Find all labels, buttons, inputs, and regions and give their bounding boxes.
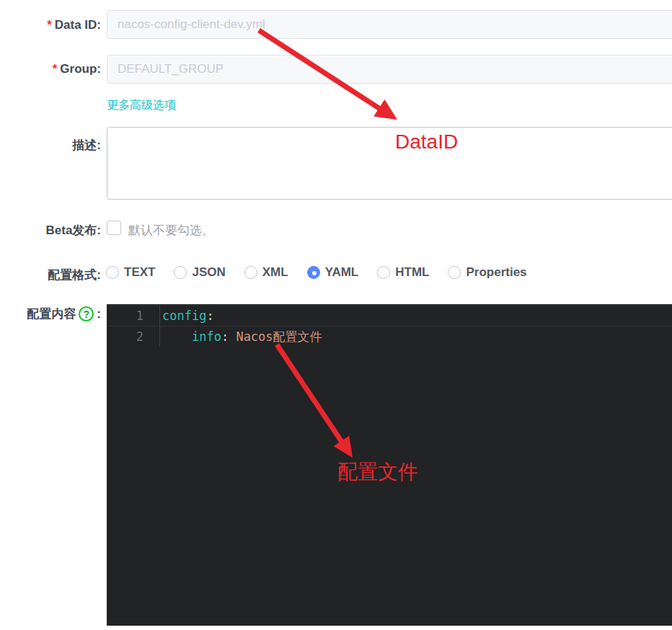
radio-circle-icon	[244, 266, 257, 279]
radio-json[interactable]: JSON	[174, 265, 225, 280]
line-number: 2	[107, 327, 160, 347]
format-label: 配置格式:	[0, 267, 101, 283]
radio-circle-icon	[174, 266, 187, 279]
more-advanced-options-link[interactable]: 更多高级选项	[107, 98, 176, 113]
content-label: 配置内容 ? :	[0, 306, 101, 322]
radio-circle-icon	[377, 266, 390, 279]
new-config-form: *Data ID: *Group: 更多高级选项 描述: Beta发布: 默认不…	[0, 0, 672, 630]
code-line-text: config:	[160, 306, 214, 326]
group-input	[107, 55, 672, 84]
description-textarea[interactable]	[107, 127, 672, 200]
radio-properties[interactable]: Properties	[448, 265, 526, 280]
config-content-editor[interactable]: 1 config: 2 info: Nacos配置文件	[107, 304, 672, 626]
required-asterisk: *	[47, 18, 52, 32]
radio-xml[interactable]: XML	[244, 265, 288, 280]
editor-line-1[interactable]: 1 config:	[107, 305, 672, 327]
radio-yaml[interactable]: YAML	[307, 265, 359, 280]
data-id-input	[107, 10, 672, 39]
radio-text[interactable]: TEXT	[106, 265, 155, 280]
radio-circle-icon	[106, 266, 119, 279]
beta-hint-text: 默认不要勾选。	[128, 222, 214, 239]
editor-line-2[interactable]: 2 info: Nacos配置文件	[107, 327, 672, 347]
radio-circle-icon	[448, 266, 461, 279]
description-label: 描述:	[0, 137, 101, 154]
group-label: *Group:	[0, 62, 101, 76]
beta-checkbox[interactable]	[107, 221, 121, 235]
code-line-text: info: Nacos配置文件	[160, 327, 322, 347]
line-number: 1	[107, 306, 160, 326]
required-asterisk: *	[53, 62, 58, 76]
format-radio-group: TEXT JSON XML YAML HTML Properties	[106, 265, 527, 280]
help-question-icon[interactable]: ?	[79, 306, 94, 321]
radio-html[interactable]: HTML	[377, 265, 429, 280]
radio-circle-icon	[307, 266, 320, 279]
data-id-label: *Data ID:	[0, 18, 101, 32]
beta-label: Beta发布:	[0, 222, 101, 239]
